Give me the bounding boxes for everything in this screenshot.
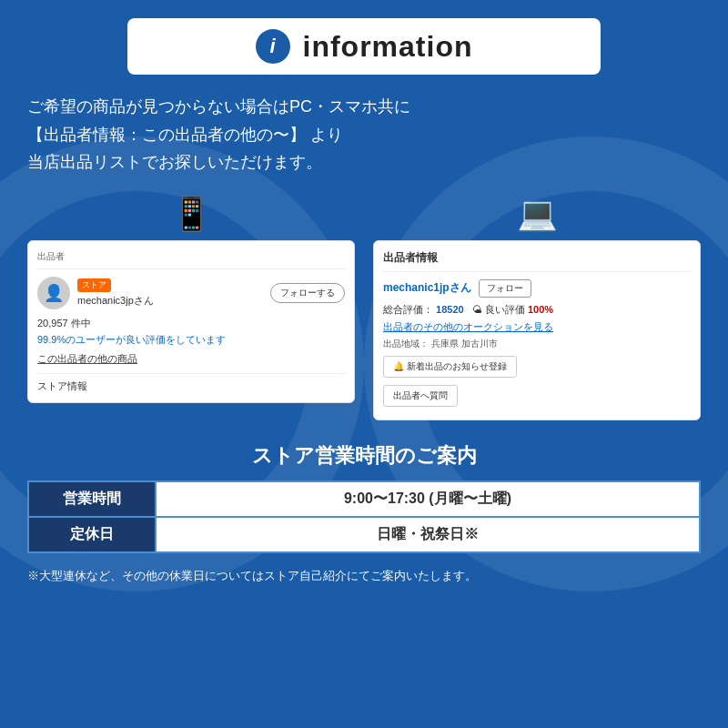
hours-label-1: 定休日 <box>28 517 156 552</box>
ss-mobile-seller-name: mechanic3jpさん <box>77 294 263 308</box>
screenshots-row: 📱 出品者 👤 ストア mechanic3jpさん フォローする 20,957 … <box>27 195 701 420</box>
ss-pc-location-label: 出品地域： <box>383 339 429 349</box>
background: i information ご希望の商品が見つからない場合はPC・スマホ共に 【… <box>0 0 728 728</box>
pc-screenshot: 出品者情報 mechanic1jpさん フォロー 総合評価： 18520 🌤 良… <box>373 240 701 420</box>
desc-line2: 【出品者情報：この出品者の他の〜】 より <box>27 121 701 149</box>
ss-pc-percent: 100% <box>528 304 553 315</box>
ss-pc-header: 出品者情報 <box>383 250 691 272</box>
ss-pc-rating-row: 総合評価： 18520 🌤 良い評価 100% <box>383 303 691 317</box>
page-title: information <box>303 30 473 64</box>
ss-mobile-seller-row: 👤 ストア mechanic3jpさん フォローする <box>37 277 345 309</box>
ss-pc-follow-btn[interactable]: フォロー <box>479 279 531 298</box>
hours-label-0: 営業時間 <box>28 481 156 517</box>
ss-pc-auction-link[interactable]: 出品者のその他のオークションを見る <box>383 320 691 334</box>
ss-pc-location-value: 兵庫県 加古川市 <box>431 339 498 349</box>
pc-icon: 💻 <box>517 195 558 233</box>
mobile-col: 📱 出品者 👤 ストア mechanic3jpさん フォローする 20,957 … <box>27 195 355 403</box>
main-description: ご希望の商品が見つからない場合はPC・スマホ共に 【出品者情報：この出品者の他の… <box>27 93 701 177</box>
info-icon: i <box>256 29 290 64</box>
ss-pc-location: 出品地域： 兵庫県 加古川市 <box>383 338 691 350</box>
info-header: i information <box>127 18 601 75</box>
desc-line3: 当店出品リストでお探しいただけます。 <box>27 148 701 177</box>
hours-note: ※大型連休など、その他の休業日についてはストア自己紹介にてご案内いたします。 <box>27 568 701 584</box>
ss-pc-btn-row2: 出品者へ質問 <box>383 385 691 407</box>
ss-pc-notify-btn[interactable]: 🔔 新着出品のお知らせ登録 <box>383 356 517 378</box>
hours-table: 営業時間 9:00〜17:30 (月曜〜土曜) 定休日 日曜・祝祭日※ <box>27 480 701 553</box>
ss-mobile-seller-info: ストア mechanic3jpさん <box>77 278 263 308</box>
hours-title: ストア営業時間のご案内 <box>27 442 701 470</box>
desc-line1: ご希望の商品が見つからない場合はPC・スマホ共に <box>27 93 701 121</box>
ss-pc-question-btn[interactable]: 出品者へ質問 <box>383 385 458 407</box>
ss-mobile-stats: 20,957 件中 <box>37 317 345 330</box>
pc-col: 💻 出品者情報 mechanic1jpさん フォロー 総合評価： 18520 🌤… <box>373 195 701 420</box>
mobile-icon: 📱 <box>171 195 212 233</box>
ss-store-badge: ストア <box>77 278 111 292</box>
hours-row-0: 営業時間 9:00〜17:30 (月曜〜土曜) <box>28 481 700 517</box>
ss-pc-good-label: 🌤 良い評価 <box>472 304 525 315</box>
ss-mobile-avatar: 👤 <box>37 277 70 309</box>
ss-pc-seller-name: mechanic1jpさん <box>383 280 471 296</box>
ss-pc-btn-row: 🔔 新着出品のお知らせ登録 <box>383 356 691 381</box>
ss-pc-seller-row: mechanic1jpさん フォロー <box>383 279 691 298</box>
ss-mobile-rating: 99.9%のユーザーが良い評価をしています <box>37 333 345 347</box>
ss-mobile-follow-btn[interactable]: フォローする <box>270 283 345 303</box>
hours-section: ストア営業時間のご案内 営業時間 9:00〜17:30 (月曜〜土曜) 定休日 … <box>27 442 701 553</box>
ss-pc-rating-num: 18520 <box>436 304 464 315</box>
ss-mobile-store-info: ストア情報 <box>37 379 345 393</box>
hours-value-1: 日曜・祝祭日※ <box>156 517 700 552</box>
ss-mobile-header: 出品者 <box>37 250 345 269</box>
ss-mobile-other-link[interactable]: この出品者の他の商品 <box>37 352 345 374</box>
mobile-screenshot: 出品者 👤 ストア mechanic3jpさん フォローする 20,957 件中… <box>27 240 355 403</box>
hours-value-0: 9:00〜17:30 (月曜〜土曜) <box>156 481 700 517</box>
ss-pc-total-label: 総合評価： <box>383 304 433 315</box>
hours-row-1: 定休日 日曜・祝祭日※ <box>28 517 700 552</box>
